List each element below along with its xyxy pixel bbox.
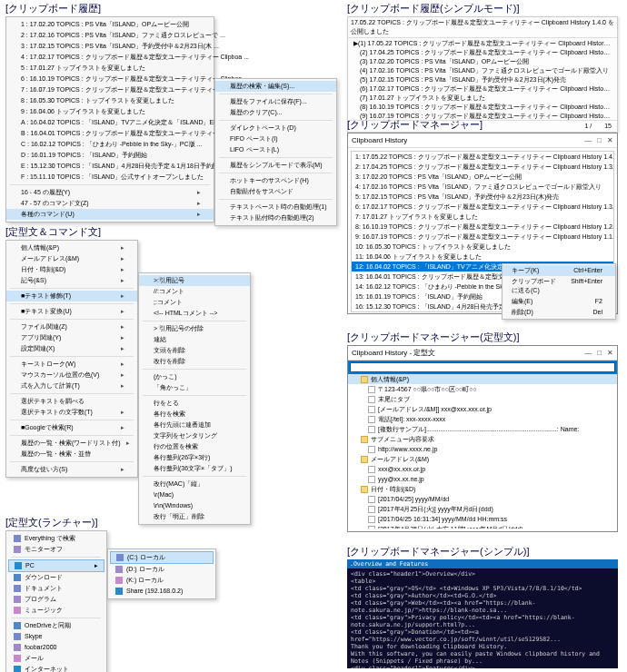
list-item[interactable]: 5: 17.02.15 TOPICS : PS Vita「ISLAND」予約受付…	[352, 192, 613, 202]
menu-item[interactable]: 「角かっこ」	[139, 382, 250, 393]
menu-item[interactable]: 6 : 16.10.19 TOPICS : クリップボード履歴＆定型文ユーティリ…	[6, 74, 214, 84]
menu-item[interactable]: 4 : 17.02.17 TOPICS : クリップボード履歴＆定型文ユーティリ…	[6, 52, 214, 63]
launch-item[interactable]: Everything で検索	[8, 533, 104, 544]
min-icon[interactable]: —	[584, 349, 592, 357]
menu-item[interactable]: E : 15.12.30 TOPICS : 「ISLAND」4月28日発売予定＆…	[6, 161, 214, 172]
menu-item[interactable]: \r\n(Windows)	[139, 500, 250, 511]
menu-item[interactable]: 各行整列(36文字×「タブ」)	[139, 463, 250, 474]
menu-item[interactable]: ファイル関連(Z)	[6, 321, 137, 332]
ctx-item[interactable]: 編集(E)F2	[503, 296, 615, 307]
menu-item[interactable]: 改行(MAC)「縦」	[139, 479, 250, 489]
list-item[interactable]: (3) 17.02.20 TOPICS : PS Vita「ISLAND」OPム…	[348, 56, 617, 65]
menu-item[interactable]: ホットキーのサスペンド(H)	[215, 175, 336, 186]
menu-item[interactable]: 1 : 17.02.20 TOPICS : PS Vita「ISLAND」OPム…	[6, 19, 214, 30]
menu-item[interactable]: テキスト貼付時の自動処理(2)	[215, 212, 336, 223]
list-item[interactable]: ▶(1) 17.05.22 TOPICS : クリップボード履歴＆定型文ユーティ…	[348, 38, 617, 47]
menu-item[interactable]: 履歴の一覧・検索・並替	[6, 449, 137, 460]
list-item[interactable]: (5) 17.02.15 TOPICS : PS Vita「ISLAND」予約受…	[348, 74, 617, 84]
list-item[interactable]: (2) 17.04.25 TOPICS : クリップボード履歴＆定型文ユーティリ…	[348, 47, 617, 56]
list-item[interactable]: 7: 17.01.27 トップイラストを変更しました	[352, 212, 613, 222]
max-icon[interactable]: □	[597, 136, 602, 144]
list-item[interactable]: (8) 16.10.19 TOPICS : クリップボード履歴＆定型文ユーティリ…	[348, 102, 617, 111]
menu-item[interactable]: //:コメント	[139, 286, 250, 297]
list-item[interactable]: 3: 17.02.20 TOPICS : PS Vita「ISLAND」OPムー…	[352, 172, 613, 182]
launch-item[interactable]: Share (192.168.0.2)	[110, 586, 214, 597]
term-simple[interactable]: .Overview and Features <div class="heade…	[347, 559, 618, 668]
menu-item[interactable]: 履歴の検索・編集(S)...	[215, 81, 336, 92]
tree-row[interactable]: [メールアドレス/&M]] xxx@xxx.xxx.or.jp	[348, 404, 617, 414]
tree-fixed[interactable]: 個人情報(&P)〒123-4567 ○○県○○市○○区○○町○○末尾にタブ[メー…	[348, 374, 617, 529]
menu-item[interactable]: 日付・時刻(&D)	[6, 264, 137, 275]
tree-row[interactable]: 末尾にタブ	[348, 394, 617, 404]
launch-item[interactable]: メール	[8, 653, 104, 664]
list-item[interactable]: (7) 17.01.27 トップイラストを変更しました	[348, 93, 617, 102]
tree-row[interactable]: サブメニュー内容要求	[348, 434, 617, 444]
menu-item[interactable]: 履歴の一覧・検索(ワードリスト付)	[6, 438, 137, 449]
menu-item[interactable]: 行の位置を検索	[139, 441, 250, 452]
menu-item[interactable]: マウスカーソル位置の色(V)	[6, 370, 137, 380]
menu-item[interactable]: メールアドレス(&M)	[6, 253, 137, 264]
menu-item[interactable]: アプリ関連(Y)	[6, 332, 137, 343]
menu-item[interactable]: キーストローク(W)	[6, 359, 137, 370]
menu-item[interactable]: 47 - 57 のコマンド文(Z)	[6, 198, 214, 209]
list-item[interactable]: 1: 17.05.22 TOPICS : クリップボード履歴＆定型文ユーティリテ…	[352, 152, 613, 162]
menu-item[interactable]: 改行「明正」削除	[139, 511, 250, 522]
launch-item[interactable]: ミュージック	[8, 605, 104, 616]
menu-item[interactable]: (かっこ)	[139, 371, 250, 382]
list-item[interactable]: 4: 17.02.16 TOPICS : PS Vita「ISLAND」ファミ通…	[352, 182, 613, 192]
menu-item[interactable]: D : 16.01.19 TOPICS : 「ISLAND」予約開始	[6, 150, 214, 161]
search-input[interactable]	[350, 362, 615, 372]
menu-item[interactable]: 各種のコマンド(U)	[6, 209, 214, 220]
list-item[interactable]: 9: 16.07.19 TOPICS : クリップボード履歴＆定型文ユーティリテ…	[352, 232, 613, 242]
launch-item[interactable]: モニターオフ	[8, 544, 104, 555]
menu-item[interactable]: ■テキスト修飾(T)	[6, 291, 137, 301]
menu-item[interactable]: テキストペースト時の自動処理(1)	[215, 202, 336, 212]
menu-item[interactable]: 記号(&S)	[6, 275, 137, 286]
tree-row[interactable]: メールアドレス(&M)	[348, 454, 617, 464]
launch-item[interactable]: (C:) ローカル	[110, 551, 214, 564]
menu-item[interactable]: 選択テキストを調べる	[6, 396, 137, 407]
menu-item[interactable]: 各行整列(26字×3行)	[139, 452, 250, 463]
menu-item[interactable]: 8 : 16.05.30 TOPICS : トップイラストを変更しました	[6, 95, 214, 106]
menu-item[interactable]: 行をとる	[139, 398, 250, 409]
menu-item[interactable]: ダイレクトペースト(D)	[215, 123, 336, 133]
launch-item[interactable]: ドキュメント	[8, 583, 104, 594]
menu-item[interactable]: >:引用記号	[139, 275, 250, 286]
menu-item[interactable]: > 引用記号の付除	[139, 323, 250, 334]
close-icon[interactable]: ✕	[607, 349, 613, 357]
menu-item[interactable]: LIFO ペースト(L)	[215, 144, 336, 155]
list-item[interactable]: 6: 17.02.17 TOPICS : クリップボード履歴＆定型文ユーティリテ…	[352, 202, 613, 212]
tree-row[interactable]: [2017/04/25 16:31:34] yyyy/MM/dd HH:mm:s…	[348, 514, 617, 524]
launch-item[interactable]: PC▸	[8, 559, 104, 572]
ctx-item[interactable]: キープ(K)Ctrl+Enter	[503, 265, 615, 276]
ctx-item[interactable]: クリップボードに送る(C)Shift+Enter	[503, 276, 615, 296]
list-item[interactable]: 2: 17.04.25 TOPICS : クリップボード履歴＆定型文ユーティリテ…	[352, 162, 613, 172]
tree-row[interactable]: 個人情報(&P)	[348, 374, 617, 384]
menu-item[interactable]: 式を入力して計算(T)	[6, 380, 137, 391]
menu-item[interactable]: 履歴をシンプルモードで表示(M)	[215, 160, 336, 171]
launch-item[interactable]: (K:) ローカル	[110, 575, 214, 586]
tree-row[interactable]: http://www.xxxx.ne.jp	[348, 444, 617, 454]
tree-row[interactable]: yyy@xx.xx.ne.jp	[348, 474, 617, 484]
menu-item[interactable]: 7 : 16.07.19 TOPICS : クリップボード履歴＆定型文ユーティリ…	[6, 84, 214, 95]
launch-item[interactable]: ダウンロード	[8, 572, 104, 583]
close-icon[interactable]: ✕	[607, 136, 613, 144]
menu-item[interactable]: 5 : 17.01.27 トップイラストを変更しました	[6, 63, 214, 74]
list-item[interactable]: (4) 17.02.16 TOPICS : PS Vita「ISLAND」ファミ…	[348, 65, 617, 74]
menu-item[interactable]: 文頭を削除	[139, 345, 250, 356]
menu-item[interactable]: 選択テキストの文字数(T)	[6, 407, 137, 418]
tree-row[interactable]: [2017年4月25日(火)] yyyy年M月d日(ddd)	[348, 504, 617, 514]
menu-item[interactable]: 3 : 17.02.15 TOPICS : PS Vita「ISLAND」予約受…	[6, 41, 214, 52]
tree-row[interactable]: 電話[/tel]: xxx-xxxx-xxxx	[348, 414, 617, 424]
menu-item[interactable]: B : 16.04.01 TOPICS : クリップボード履歴＆定型文ユーティリ…	[6, 128, 214, 139]
max-icon[interactable]: □	[597, 349, 602, 357]
menu-item[interactable]: 自動貼付をサスペンド	[215, 186, 336, 197]
menu-item[interactable]: 文字列をセンタリング	[139, 430, 250, 441]
menu-item[interactable]: ;:コメント	[139, 297, 250, 308]
menu-item[interactable]: FIFO ペースト(I)	[215, 133, 336, 144]
launch-item[interactable]: インターネット	[8, 664, 104, 672]
launch-item[interactable]: foobar2000	[8, 642, 104, 653]
menu-item[interactable]: 個人情報(&P)	[6, 242, 137, 253]
ctx-item[interactable]: 削除(D)Del	[503, 307, 615, 318]
menu-item[interactable]: F : 15.11.10 TOPICS : 「ISLAND」公式サイトオープンし…	[6, 172, 214, 183]
